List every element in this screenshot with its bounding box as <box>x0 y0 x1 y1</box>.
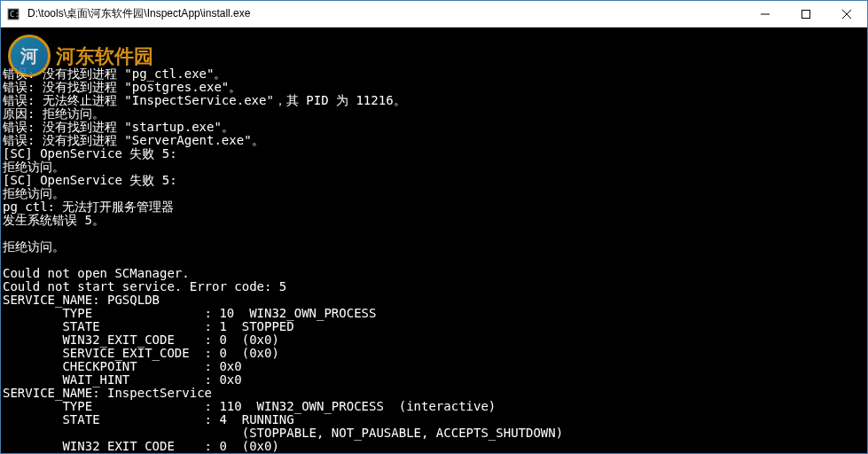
console-line: (STOPPABLE, NOT_PAUSABLE, ACCEPTS_SHUTDO… <box>3 427 865 440</box>
console-line: 发生系统错误 5。 <box>3 214 865 227</box>
svg-text:C:\: C:\ <box>10 10 20 19</box>
window-title: D:\tools\桌面\河东软件园\InspectApp\install.exe <box>26 6 745 21</box>
console-line <box>3 254 865 267</box>
window-controls <box>745 1 867 27</box>
app-icon: C:\ <box>6 7 20 21</box>
minimize-button[interactable] <box>745 1 786 27</box>
console-line: CHECKPOINT : 0x0 <box>3 360 865 373</box>
console-line: 错误: 没有找到进程 "ServerAgent.exe"。 <box>3 134 865 147</box>
console-line: SERVICE_NAME: PGSQLDB <box>3 294 865 307</box>
console-line: SERVICE_EXIT_CODE : 0 (0x0) <box>3 347 865 360</box>
close-button[interactable] <box>826 1 867 27</box>
console-line: WIN32_EXIT_CODE : 0 (0x0) <box>3 333 865 347</box>
console-output[interactable]: 河 河东软件园 错误: 没有找到进程 "pg_ctl.exe"。错误: 没有找到… <box>1 27 867 453</box>
maximize-button[interactable] <box>786 1 826 27</box>
console-line: pg_ctl: 无法打开服务管理器 <box>3 200 865 214</box>
console-line: WAIT_HINT : 0x0 <box>3 373 865 387</box>
console-line: [SC] OpenService 失败 5: <box>3 147 865 160</box>
console-line: Could not open SCManager. <box>3 267 865 280</box>
console-line: 拒绝访问。 <box>3 160 865 174</box>
console-line: SERVICE_NAME: InspectService <box>3 387 865 400</box>
console-line <box>3 227 865 240</box>
app-window: C:\ D:\tools\桌面\河东软件园\InspectApp\install… <box>0 0 868 454</box>
console-line: 错误: 无法终止进程 "InspectService.exe"，其 PID 为 … <box>3 94 865 107</box>
watermark-logo-icon: 河 <box>8 35 51 77</box>
console-line: Could not start service. Error code: 5 <box>3 280 865 294</box>
watermark-text: 河东软件园 <box>56 50 153 63</box>
console-line: 原因: 拒绝访问。 <box>3 107 865 121</box>
console-line: [SC] OpenService 失败 5: <box>3 174 865 187</box>
console-line: WIN32_EXIT_CODE : 0 (0x0) <box>3 440 865 453</box>
console-line: 拒绝访问。 <box>3 240 865 254</box>
console-line: 拒绝访问。 <box>3 187 865 200</box>
console-line: 错误: 没有找到进程 "postgres.exe"。 <box>3 81 865 94</box>
svg-rect-3 <box>802 10 810 18</box>
console-line: TYPE : 10 WIN32_OWN_PROCESS <box>3 307 865 320</box>
console-line: 错误: 没有找到进程 "startup.exe"。 <box>3 121 865 134</box>
console-line: TYPE : 110 WIN32_OWN_PROCESS (interactiv… <box>3 400 865 413</box>
console-line: STATE : 4 RUNNING <box>3 413 865 427</box>
watermark: 河 河东软件园 <box>8 35 153 77</box>
titlebar[interactable]: C:\ D:\tools\桌面\河东软件园\InspectApp\install… <box>1 1 867 27</box>
console-line: STATE : 1 STOPPED <box>3 320 865 333</box>
